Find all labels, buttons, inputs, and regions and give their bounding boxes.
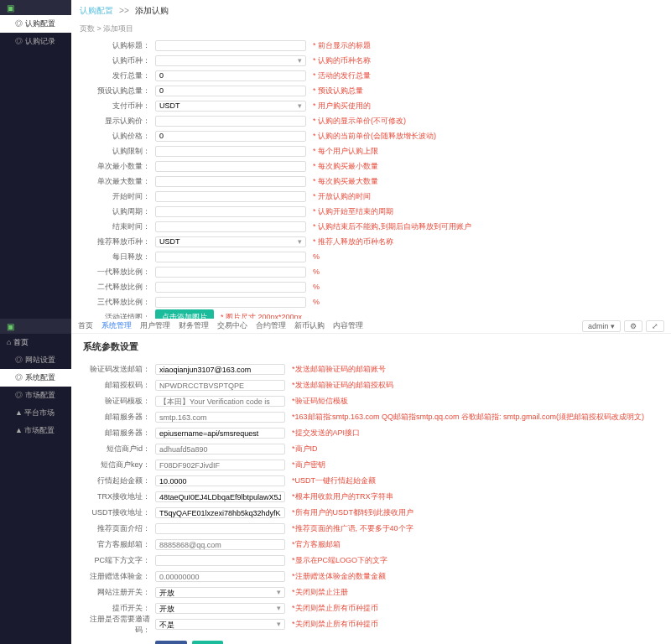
sidebar-group-home[interactable]: ⌂ 首页 — [0, 334, 71, 351]
field-hint: *发送邮箱验证码的邮箱账号 — [292, 364, 386, 375]
field-label: 认购币种： — [80, 55, 155, 66]
text-input[interactable] — [155, 364, 285, 375]
text-input[interactable] — [155, 460, 285, 470]
topbar-tab-7[interactable]: 内容管理 — [333, 320, 363, 331]
select-field[interactable]: 开放 — [155, 603, 285, 614]
topbar-tab-4[interactable]: 交易中心 — [217, 320, 247, 331]
field-label: 显示认购价： — [80, 116, 155, 127]
text-input[interactable] — [155, 428, 285, 439]
select-field[interactable]: 开放 — [155, 587, 285, 598]
field-label: 推荐页面介绍： — [80, 523, 155, 534]
breadcrumb-a[interactable]: 认购配置 — [80, 6, 113, 15]
topbar-tab-6[interactable]: 新币认购 — [294, 320, 325, 331]
logo: ▣ — [0, 319, 71, 334]
field-hint: *根本用收款用户的TRX字符串 — [292, 491, 393, 502]
logo: ▣ — [0, 0, 71, 15]
text-input[interactable] — [155, 267, 306, 278]
field-hint: * 用户购买使用的 — [313, 101, 371, 112]
field-hint: % — [313, 283, 320, 291]
field-label: 邮箱授权码： — [80, 380, 155, 391]
sidebar-item-0[interactable]: ◎ 认购配置 — [0, 15, 71, 33]
field-hint: * 每个用户认购上限 — [313, 146, 378, 157]
field-hint: * 每次购买最大数量 — [313, 176, 378, 187]
screen-add-subscription: ▣ ◎ 认购配置◎ 认购记录 认购配置 >> 添加认购 页数 > 添加项目 认购… — [0, 0, 671, 319]
text-input[interactable] — [155, 396, 285, 407]
field-label: 结束时间： — [80, 221, 155, 232]
text-input[interactable] — [155, 191, 306, 202]
text-input[interactable] — [155, 146, 306, 157]
topbar-tab-2[interactable]: 用户管理 — [140, 320, 170, 331]
field-hint: *商户密钥 — [292, 460, 325, 470]
text-input[interactable] — [155, 571, 285, 582]
sidebar-item-0[interactable]: ◎ 网站设置 — [0, 351, 71, 369]
field-label: PC端下方文字： — [80, 555, 155, 566]
select-field[interactable]: 不是 — [155, 619, 285, 630]
text-input[interactable] — [155, 252, 306, 262]
text-input[interactable] — [155, 539, 285, 550]
field-label: 认购价格： — [80, 131, 155, 142]
select-field[interactable]: USDT — [155, 236, 306, 247]
field-hint: *官方客服邮箱 — [292, 539, 341, 550]
select-field[interactable]: USDT — [155, 101, 306, 112]
sidebar-item-2[interactable]: ◎ 市场配置 — [0, 387, 71, 404]
text-input[interactable] — [155, 507, 285, 518]
text-input[interactable] — [155, 206, 306, 217]
sidebar-item-1[interactable]: ◎ 认购记录 — [0, 33, 71, 50]
topbar-tab-1[interactable]: 系统管理 — [101, 320, 132, 331]
field-hint: *推荐页面的推广语, 不要多于40个字 — [292, 523, 414, 534]
user-menu[interactable]: admin ▾ — [582, 320, 621, 332]
sidebar-item-1[interactable]: ◎ 系统配置 — [0, 369, 71, 387]
text-input[interactable] — [155, 297, 306, 308]
field-hint: *关闭则禁止注册 — [292, 587, 348, 598]
sidebar: ▣ ◎ 认购配置◎ 认购记录 — [0, 0, 71, 319]
text-input[interactable] — [155, 282, 306, 293]
field-label: 认购周期： — [80, 206, 155, 217]
field-label: 认购标题： — [80, 40, 155, 51]
submit-button[interactable]: 提交 — [155, 641, 187, 645]
back-button[interactable]: 返 回 — [192, 641, 223, 645]
sidebar-item-3[interactable]: ▲ 平台市场 — [0, 404, 71, 422]
field-label: 活动详情图： — [80, 312, 155, 319]
field-hint: * 推荐人释放的币种名称 — [313, 236, 393, 247]
field-hint: % — [313, 298, 320, 306]
field-label: 短信商户key： — [80, 460, 155, 470]
text-input[interactable] — [155, 475, 285, 486]
field-hint: * 认购的当前单价(会随释放增长波动) — [313, 131, 436, 142]
field-hint: * 图片尺寸 200px*200px — [221, 312, 302, 319]
field-label: 推荐释放币种： — [80, 236, 155, 247]
topbar-tab-5[interactable]: 合约管理 — [256, 320, 286, 331]
text-input[interactable] — [155, 40, 306, 51]
sidebar-item-4[interactable]: ▲ 市场配置 — [0, 422, 71, 439]
fullscreen-icon[interactable]: ⤢ — [646, 320, 664, 332]
field-hint: * 前台显示的标题 — [313, 40, 371, 51]
text-input[interactable] — [155, 221, 306, 232]
field-label: 注册是否需要邀请码： — [80, 614, 155, 636]
text-input[interactable] — [155, 523, 285, 534]
field-hint: * 认购的币种名称 — [313, 55, 371, 66]
text-input[interactable] — [155, 86, 306, 96]
screen-system-settings: ▣ ⌂ 首页 ◎ 网站设置◎ 系统配置◎ 市场配置▲ 平台市场▲ 市场配置 首页… — [0, 319, 671, 644]
breadcrumb: 认购配置 >> 添加认购 — [71, 0, 671, 22]
text-input[interactable] — [155, 491, 285, 502]
field-label: 单次最大数量： — [80, 176, 155, 187]
text-input[interactable] — [155, 70, 306, 81]
field-label: 三代释放比例： — [80, 297, 155, 308]
text-input[interactable] — [155, 116, 306, 127]
topbar-tab-0[interactable]: 首页 — [78, 320, 93, 331]
select-field[interactable] — [155, 55, 306, 66]
text-input[interactable] — [155, 176, 306, 187]
text-input[interactable] — [155, 161, 306, 172]
field-label: 预设认购总量： — [80, 86, 155, 96]
main: 首页系统管理用户管理财务管理交易中心合约管理新币认购内容管理admin ▾⚙⤢ … — [71, 319, 671, 644]
field-label: 二代释放比例： — [80, 282, 155, 293]
field-hint: *显示在PC端LOGO下的文字 — [292, 555, 388, 566]
text-input[interactable] — [155, 380, 285, 391]
upload-image-button[interactable]: 点击添加图片 — [155, 309, 214, 319]
text-input[interactable] — [155, 444, 285, 454]
settings-icon[interactable]: ⚙ — [624, 320, 642, 332]
field-label: USDT接收地址： — [80, 507, 155, 518]
text-input[interactable] — [155, 412, 285, 423]
topbar-tab-3[interactable]: 财务管理 — [179, 320, 209, 331]
text-input[interactable] — [155, 131, 306, 142]
text-input[interactable] — [155, 555, 285, 566]
